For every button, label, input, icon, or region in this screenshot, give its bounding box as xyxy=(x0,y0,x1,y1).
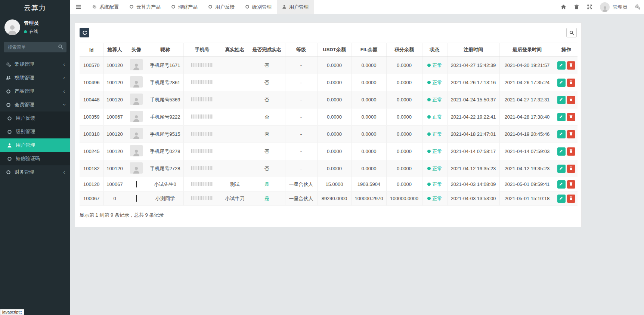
avatar-placeholder xyxy=(130,76,143,88)
avatar-placeholder xyxy=(130,162,143,174)
sidebar-subitem-短信验证码[interactable]: 短信验证码 xyxy=(0,152,70,165)
cell-realname xyxy=(221,91,249,108)
cell-verified: 否 xyxy=(249,108,285,126)
sidebar-subitem-级别管理[interactable]: 级别管理 xyxy=(0,125,70,138)
delete-button[interactable] xyxy=(567,165,575,173)
sidebar-item-会员管理[interactable]: 会员管理‹ xyxy=(0,98,70,111)
cell-realname xyxy=(221,126,249,143)
tab-label: 级别管理 xyxy=(252,4,272,10)
avatar-placeholder xyxy=(130,94,143,105)
delete-button[interactable] xyxy=(567,61,575,70)
tab-用户反馈[interactable]: 用户反馈 xyxy=(203,0,240,14)
cell-avatar xyxy=(126,91,147,108)
trash-icon[interactable] xyxy=(574,4,579,10)
menu-label: 财务管理 xyxy=(15,169,34,175)
main-area: 系统配置云算力产品理财产品用户反馈级别管理用户管理 管理员 xyxy=(70,0,644,315)
status-dot-icon xyxy=(427,81,431,84)
cell-actions xyxy=(555,160,578,177)
cogs-icon[interactable] xyxy=(635,4,640,10)
navbar-user-menu[interactable]: 管理员 xyxy=(600,2,627,12)
sidebar-item-财务管理[interactable]: 财务管理‹ xyxy=(0,165,70,179)
edit-button[interactable] xyxy=(557,61,566,70)
sidebar-item-权限管理[interactable]: 权限管理‹ xyxy=(0,71,70,85)
edit-button[interactable] xyxy=(557,180,566,189)
refresh-button[interactable] xyxy=(80,28,89,37)
cell-status: 正常 xyxy=(422,192,447,206)
sidebar-subitem-用户反馈[interactable]: 用户反馈 xyxy=(0,111,70,125)
status-label: 正常 xyxy=(433,62,442,69)
column-header: 真实姓名 xyxy=(221,43,249,57)
tab-云算力产品[interactable]: 云算力产品 xyxy=(124,0,166,14)
delete-button[interactable] xyxy=(567,180,575,189)
cell-actions xyxy=(555,192,578,206)
menu-search-input[interactable] xyxy=(4,42,66,52)
cell-id: 100496 xyxy=(80,74,103,91)
delete-button[interactable] xyxy=(567,130,575,138)
cell-points-balance: 0.0000 xyxy=(386,108,422,126)
delete-button[interactable] xyxy=(567,195,575,203)
cell-avatar xyxy=(126,143,147,160)
top-navbar: 系统配置云算力产品理财产品用户反馈级别管理用户管理 管理员 xyxy=(70,0,644,14)
cell-phone xyxy=(183,160,221,177)
cell-fil-balance: 0.0000 xyxy=(352,160,386,177)
fullscreen-icon[interactable] xyxy=(587,4,592,10)
edit-button[interactable] xyxy=(557,130,566,138)
record-summary: 显示第 1 到第 9 条记录，总共 9 条记录 xyxy=(80,212,577,218)
table-body: 100570100120手机尾号1671否-0.00000.00000.0000… xyxy=(80,57,578,206)
chevron-left-icon: ‹ xyxy=(63,169,65,175)
cell-points-balance: 0.0000 xyxy=(386,57,422,74)
menu-label: 短信验证码 xyxy=(16,155,40,162)
sidebar-item-产品管理[interactable]: 产品管理‹ xyxy=(0,85,70,98)
cell-fil-balance: 100000.2970 xyxy=(352,192,386,206)
menu-label: 权限管理 xyxy=(15,74,34,81)
circle-icon xyxy=(5,88,11,94)
avatar-placeholder xyxy=(130,111,143,122)
edit-button[interactable] xyxy=(557,147,566,156)
cell-status: 正常 xyxy=(422,91,447,108)
table-row: 100120100067小试先生0测试是一星合伙人15.00001903.590… xyxy=(80,177,578,192)
cell-register-time: 2021-04-22 19:22:41 xyxy=(447,108,499,126)
edit-button[interactable] xyxy=(557,79,566,87)
delete-button[interactable] xyxy=(567,96,575,104)
cell-status: 正常 xyxy=(422,126,447,143)
sidebar: 云算力 管理员 在线 常规管理‹权限管理‹产品管理‹会员管理‹用户反馈级别管理用… xyxy=(0,0,70,315)
pencil-icon xyxy=(559,114,563,120)
delete-button[interactable] xyxy=(567,79,575,87)
delete-button[interactable] xyxy=(567,113,575,121)
delete-button[interactable] xyxy=(567,147,575,156)
cell-last-login-time: 2021-04-12 19:35:23 xyxy=(499,160,555,177)
cell-register-time: 2021-04-26 17:13:16 xyxy=(447,74,499,91)
cell-actions xyxy=(555,74,578,91)
cell-usdt-balance: 0.0000 xyxy=(317,126,352,143)
cell-verified: 否 xyxy=(249,74,285,91)
sidebar-subitem-用户管理[interactable]: 用户管理 xyxy=(0,138,70,152)
cell-verified: 是 xyxy=(249,177,285,192)
tab-理财产品[interactable]: 理财产品 xyxy=(166,0,203,14)
search-icon[interactable] xyxy=(58,44,64,50)
user-icon xyxy=(282,4,287,9)
status-badge: 正常 xyxy=(427,181,442,188)
tab-系统配置[interactable]: 系统配置 xyxy=(87,0,124,14)
cell-points-balance: 0.0000 xyxy=(386,74,422,91)
tab-级别管理[interactable]: 级别管理 xyxy=(240,0,277,14)
redacted-phone xyxy=(191,166,213,170)
sidebar-toggle-icon[interactable] xyxy=(70,0,87,14)
home-icon[interactable] xyxy=(561,4,566,10)
cell-referrer: 100120 xyxy=(103,91,126,108)
pencil-icon xyxy=(559,131,563,137)
tab-用户管理[interactable]: 用户管理 xyxy=(277,0,314,14)
sidebar-item-常规管理[interactable]: 常规管理‹ xyxy=(0,58,70,71)
tab-label: 用户管理 xyxy=(289,4,309,10)
edit-button[interactable] xyxy=(557,195,566,203)
edit-button[interactable] xyxy=(557,165,566,173)
column-header: 积分余额 xyxy=(386,43,422,57)
circle-icon xyxy=(6,115,12,121)
table-row: 100448100120手机尾号5369否-0.00000.00000.0000… xyxy=(80,91,578,108)
refresh-icon xyxy=(82,30,87,35)
cell-fil-balance: 0.0000 xyxy=(352,108,386,126)
edit-button[interactable] xyxy=(557,96,566,104)
table-search-button[interactable] xyxy=(566,28,577,37)
status-badge: 正常 xyxy=(427,131,442,138)
cell-usdt-balance: 15.0000 xyxy=(317,177,352,192)
edit-button[interactable] xyxy=(557,113,566,121)
